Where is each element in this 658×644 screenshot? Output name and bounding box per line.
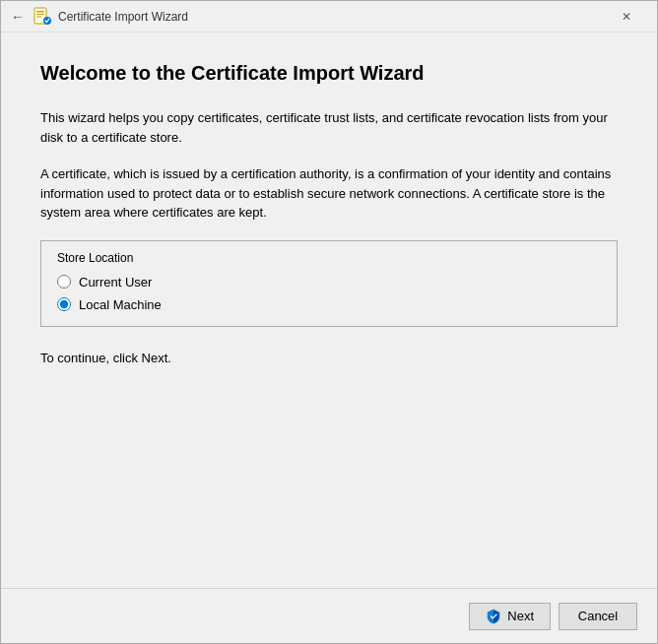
- close-icon: ✕: [622, 10, 631, 24]
- title-bar: ← Certificate Import Wizard ✕: [1, 1, 657, 32]
- wizard-content: Welcome to the Certificate Import Wizard…: [1, 32, 657, 588]
- local-machine-option[interactable]: Local Machine: [57, 297, 601, 312]
- cancel-label: Cancel: [578, 609, 618, 623]
- description-1: This wizard helps you copy certificates,…: [40, 108, 618, 147]
- back-icon: ←: [11, 9, 25, 25]
- description-2: A certificate, which is issued by a cert…: [40, 164, 618, 223]
- current-user-radio[interactable]: [57, 275, 71, 289]
- wizard-icon: [33, 7, 52, 27]
- next-button[interactable]: Next: [469, 603, 551, 630]
- title-bar-left: ← Certificate Import Wizard: [9, 7, 604, 27]
- cancel-button[interactable]: Cancel: [559, 603, 637, 630]
- local-machine-label: Local Machine: [79, 297, 162, 312]
- wizard-heading: Welcome to the Certificate Import Wizard: [40, 62, 618, 85]
- close-button[interactable]: ✕: [604, 1, 649, 32]
- title-text: Certificate Import Wizard: [58, 10, 188, 24]
- next-shield-icon: [486, 609, 501, 624]
- footer: Next Cancel: [1, 588, 657, 643]
- continue-text: To continue, click Next.: [40, 351, 618, 365]
- local-machine-radio[interactable]: [57, 297, 71, 311]
- svg-rect-3: [36, 16, 41, 17]
- svg-rect-2: [36, 14, 44, 15]
- current-user-option[interactable]: Current User: [57, 275, 601, 290]
- current-user-label: Current User: [79, 275, 152, 290]
- store-location-group: Store Location Current User Local Machin…: [40, 240, 618, 327]
- window: ← Certificate Import Wizard ✕ Welcome to…: [0, 0, 658, 644]
- next-label: Next: [507, 609, 534, 623]
- store-location-legend: Store Location: [57, 251, 601, 265]
- back-button[interactable]: ←: [9, 8, 27, 26]
- svg-rect-1: [36, 11, 44, 13]
